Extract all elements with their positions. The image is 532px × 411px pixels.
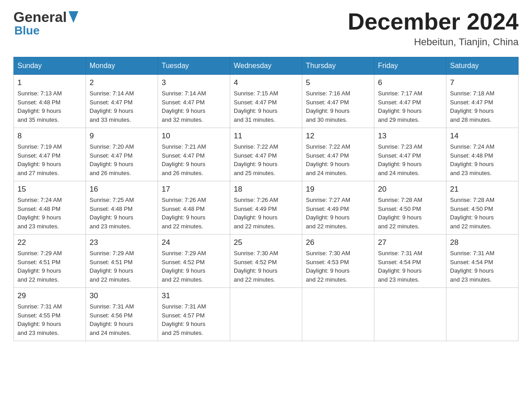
day-number: 21 [450,185,515,194]
calendar-cell: 26 Sunrise: 7:30 AM Sunset: 4:53 PM Dayl… [302,235,374,288]
day-number: 18 [234,185,298,194]
calendar-cell: 11 Sunrise: 7:22 AM Sunset: 4:47 PM Dayl… [230,128,302,181]
day-number: 16 [90,185,154,194]
day-number: 29 [17,291,82,300]
day-number: 11 [234,132,298,141]
day-info: Sunrise: 7:31 AM Sunset: 4:54 PM Dayligh… [378,249,442,284]
calendar-cell: 17 Sunrise: 7:26 AM Sunset: 4:48 PM Dayl… [158,181,230,235]
logo-arrow-icon [69,11,78,25]
calendar-cell: 9 Sunrise: 7:20 AM Sunset: 4:47 PM Dayli… [86,128,158,181]
title-area: December 2024 Hebeitun, Tianjin, China [348,9,519,48]
calendar-cell: 21 Sunrise: 7:28 AM Sunset: 4:50 PM Dayl… [446,181,519,235]
day-info: Sunrise: 7:26 AM Sunset: 4:49 PM Dayligh… [234,196,298,231]
day-info: Sunrise: 7:29 AM Sunset: 4:51 PM Dayligh… [17,249,82,284]
day-number: 9 [90,132,154,141]
day-info: Sunrise: 7:25 AM Sunset: 4:48 PM Dayligh… [90,196,154,231]
week-row-5: 29 Sunrise: 7:31 AM Sunset: 4:55 PM Dayl… [14,288,519,341]
day-number: 1 [17,78,82,87]
day-info: Sunrise: 7:20 AM Sunset: 4:47 PM Dayligh… [90,142,154,177]
column-header-tuesday: Tuesday [158,57,230,75]
page-header: General Blue December 2024 Hebeitun, Tia… [13,9,519,48]
day-number: 28 [450,238,515,247]
week-row-2: 8 Sunrise: 7:19 AM Sunset: 4:47 PM Dayli… [14,128,519,181]
calendar-cell: 14 Sunrise: 7:24 AM Sunset: 4:48 PM Dayl… [446,128,519,181]
calendar-header-row: SundayMondayTuesdayWednesdayThursdayFrid… [14,57,519,75]
day-info: Sunrise: 7:14 AM Sunset: 4:47 PM Dayligh… [90,89,154,124]
day-info: Sunrise: 7:26 AM Sunset: 4:48 PM Dayligh… [162,196,226,231]
calendar-cell: 30 Sunrise: 7:31 AM Sunset: 4:56 PM Dayl… [86,288,158,341]
day-info: Sunrise: 7:16 AM Sunset: 4:47 PM Dayligh… [306,89,370,124]
svg-marker-0 [69,11,78,23]
day-info: Sunrise: 7:30 AM Sunset: 4:52 PM Dayligh… [234,249,298,284]
calendar-cell: 25 Sunrise: 7:30 AM Sunset: 4:52 PM Dayl… [230,235,302,288]
day-number: 14 [450,132,515,141]
month-title: December 2024 [348,9,519,34]
day-info: Sunrise: 7:27 AM Sunset: 4:49 PM Dayligh… [306,196,370,231]
calendar-cell: 1 Sunrise: 7:13 AM Sunset: 4:48 PM Dayli… [14,75,86,128]
calendar-cell: 24 Sunrise: 7:29 AM Sunset: 4:52 PM Dayl… [158,235,230,288]
day-info: Sunrise: 7:30 AM Sunset: 4:53 PM Dayligh… [306,249,370,284]
day-number: 10 [162,132,226,141]
day-info: Sunrise: 7:17 AM Sunset: 4:47 PM Dayligh… [378,89,442,124]
day-number: 6 [378,78,442,87]
day-info: Sunrise: 7:13 AM Sunset: 4:48 PM Dayligh… [17,89,82,124]
day-info: Sunrise: 7:14 AM Sunset: 4:47 PM Dayligh… [162,89,226,124]
calendar-cell: 27 Sunrise: 7:31 AM Sunset: 4:54 PM Dayl… [374,235,446,288]
day-number: 17 [162,185,226,194]
day-info: Sunrise: 7:29 AM Sunset: 4:52 PM Dayligh… [162,249,226,284]
calendar-cell: 10 Sunrise: 7:21 AM Sunset: 4:47 PM Dayl… [158,128,230,181]
day-number: 30 [90,291,154,300]
logo: General Blue [13,9,78,38]
calendar-cell: 13 Sunrise: 7:23 AM Sunset: 4:47 PM Dayl… [374,128,446,181]
day-info: Sunrise: 7:31 AM Sunset: 4:54 PM Dayligh… [450,249,515,284]
day-number: 19 [306,185,370,194]
calendar-cell: 6 Sunrise: 7:17 AM Sunset: 4:47 PM Dayli… [374,75,446,128]
day-info: Sunrise: 7:15 AM Sunset: 4:47 PM Dayligh… [234,89,298,124]
calendar-cell [230,288,302,341]
column-header-sunday: Sunday [14,57,86,75]
column-header-wednesday: Wednesday [230,57,302,75]
calendar-cell [374,288,446,341]
day-info: Sunrise: 7:28 AM Sunset: 4:50 PM Dayligh… [378,196,442,231]
day-number: 24 [162,238,226,247]
calendar-cell [446,288,519,341]
day-number: 22 [17,238,82,247]
calendar-cell: 3 Sunrise: 7:14 AM Sunset: 4:47 PM Dayli… [158,75,230,128]
calendar-cell: 20 Sunrise: 7:28 AM Sunset: 4:50 PM Dayl… [374,181,446,235]
calendar-cell: 29 Sunrise: 7:31 AM Sunset: 4:55 PM Dayl… [14,288,86,341]
day-number: 2 [90,78,154,87]
day-number: 31 [162,291,226,300]
calendar-cell: 7 Sunrise: 7:18 AM Sunset: 4:47 PM Dayli… [446,75,519,128]
calendar-cell: 2 Sunrise: 7:14 AM Sunset: 4:47 PM Dayli… [86,75,158,128]
calendar-table: SundayMondayTuesdayWednesdayThursdayFrid… [13,57,519,341]
day-number: 26 [306,238,370,247]
week-row-4: 22 Sunrise: 7:29 AM Sunset: 4:51 PM Dayl… [14,235,519,288]
day-info: Sunrise: 7:29 AM Sunset: 4:51 PM Dayligh… [90,249,154,284]
calendar-cell [302,288,374,341]
day-number: 23 [90,238,154,247]
calendar-cell: 19 Sunrise: 7:27 AM Sunset: 4:49 PM Dayl… [302,181,374,235]
week-row-3: 15 Sunrise: 7:24 AM Sunset: 4:48 PM Dayl… [14,181,519,235]
day-info: Sunrise: 7:19 AM Sunset: 4:47 PM Dayligh… [17,142,82,177]
column-header-saturday: Saturday [446,57,519,75]
day-number: 15 [17,185,82,194]
calendar-cell: 8 Sunrise: 7:19 AM Sunset: 4:47 PM Dayli… [14,128,86,181]
day-info: Sunrise: 7:23 AM Sunset: 4:47 PM Dayligh… [378,142,442,177]
column-header-friday: Friday [374,57,446,75]
day-info: Sunrise: 7:22 AM Sunset: 4:47 PM Dayligh… [234,142,298,177]
day-info: Sunrise: 7:21 AM Sunset: 4:47 PM Dayligh… [162,142,226,177]
day-info: Sunrise: 7:28 AM Sunset: 4:50 PM Dayligh… [450,196,515,231]
day-number: 5 [306,78,370,87]
day-info: Sunrise: 7:31 AM Sunset: 4:57 PM Dayligh… [162,302,226,337]
calendar-cell: 5 Sunrise: 7:16 AM Sunset: 4:47 PM Dayli… [302,75,374,128]
calendar-cell: 18 Sunrise: 7:26 AM Sunset: 4:49 PM Dayl… [230,181,302,235]
logo-general-text: General [13,9,67,26]
day-info: Sunrise: 7:22 AM Sunset: 4:47 PM Dayligh… [306,142,370,177]
calendar-cell: 4 Sunrise: 7:15 AM Sunset: 4:47 PM Dayli… [230,75,302,128]
day-number: 13 [378,132,442,141]
calendar-cell: 22 Sunrise: 7:29 AM Sunset: 4:51 PM Dayl… [14,235,86,288]
logo-blue-text: Blue [14,24,39,38]
calendar-cell: 15 Sunrise: 7:24 AM Sunset: 4:48 PM Dayl… [14,181,86,235]
column-header-thursday: Thursday [302,57,374,75]
calendar-cell: 31 Sunrise: 7:31 AM Sunset: 4:57 PM Dayl… [158,288,230,341]
